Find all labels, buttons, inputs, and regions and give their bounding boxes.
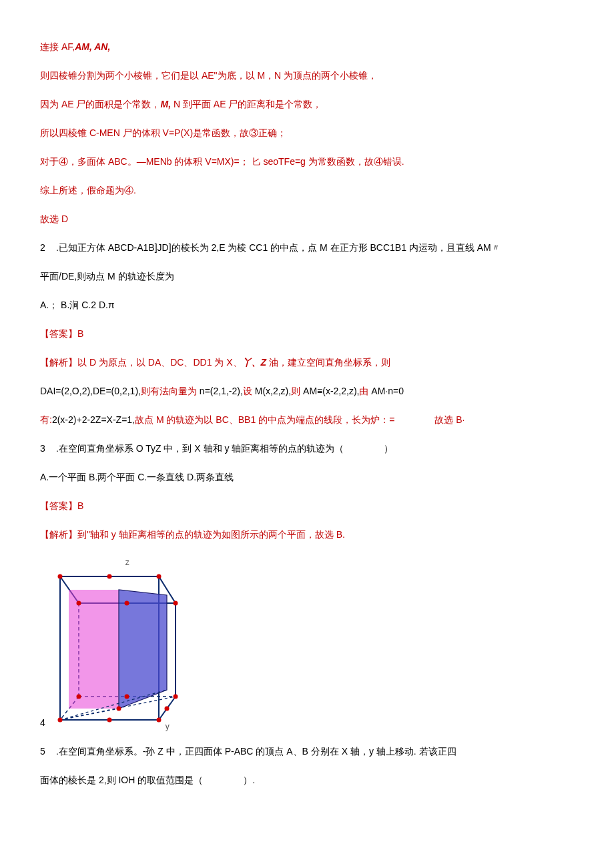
question-number: 5 [40,745,53,759]
text-black: M(x,2,z), [255,386,291,396]
svg-point-14 [57,574,62,579]
svg-point-19 [124,601,129,606]
svg-point-21 [156,718,161,723]
axis-label-y: y [166,721,170,733]
question-2-options: A.； B.涧 C.2 D.π [40,298,581,312]
text-black: 2(x-2)+2-2Z=X-Z=1, [52,414,135,425]
question-5-line-2: 面体的棱长是 2,则 IOH 的取值范围是（）. [40,773,581,787]
text: 因为 AE 尸的面积是个常数， [40,99,160,109]
figure-row: 4 [40,556,581,730]
text-red: 由 [359,386,371,396]
explanation-2-line-1: 【解析】以 D 为原点，以 DA、DC、DD1 为 X、丫、Z 油，建立空间直角… [40,356,581,370]
question-number: 3 [40,442,53,456]
question-text: 面体的棱长是 2,则 IOH 的取值范围是（ [40,775,203,785]
axis-label-z: z [125,556,129,568]
question-text: .已知正方体 ABCD-A1B]JD]的棱长为 2,E 为棱 CC1 的中点，点… [53,242,501,253]
text-italic: 丫、Z [242,357,267,368]
solution-line-5: 对于④，多面体 ABC。—MENb 的体积 V=MX)=； 匕 seoTFe=g… [40,155,581,169]
svg-point-26 [164,707,169,711]
text-red: 设 [243,386,255,396]
question-text: ） [384,443,393,454]
question-text: .在空间直角坐标系。-孙 Z 中，正四面体 P-ABC 的顶点 A、B 分别在 … [53,746,456,757]
question-5-line-1: 5 .在空间直角坐标系。-孙 Z 中，正四面体 P-ABC 的顶点 A、B 分别… [40,745,581,759]
explanation-3: 【解析】到"轴和 y 轴距离相等的点的轨迹为如图所示的两个平面，故选 B. [40,528,581,542]
question-text: .在空间直角坐标系 O TyZ 中，到 X 轴和 y 轴距离相等的点的轨迹为（ [53,443,344,454]
svg-point-25 [107,718,111,723]
svg-point-20 [57,718,62,723]
explanation-2-line-2: DAI=(2,O,2),DE=(0,2,1),则有法向量为 n=(2,1,-2)… [40,384,581,398]
solution-line-3: 因为 AE 尸的面积是个常数，M, N 到平面 AE 尸的距离和是个常数， [40,97,581,111]
text: 连接 AF, [40,41,75,52]
text: 油，建立空间直角坐标系，则 [266,357,390,368]
cube-svg-icon [52,556,206,730]
svg-point-22 [173,695,178,699]
svg-point-24 [116,707,121,711]
text-red: 故点 M 的轨迹为以 BC、BB1 的中点为端点的线段，长为炉：= [135,414,394,425]
solution-conclusion: 综上所述，假命题为④. [40,183,581,197]
text-red: 则有法向量为 [141,386,200,396]
text-red: 则 [291,386,303,396]
text-italic: M, [160,99,171,109]
svg-point-23 [76,695,81,699]
svg-point-15 [156,574,161,579]
question-number: 2 [40,241,53,255]
svg-marker-10 [119,590,167,709]
question-text: ）. [243,775,255,785]
svg-point-17 [76,601,81,606]
cube-diagram: z y [52,556,206,730]
text-black: AM≡(x-2,2,z), [303,386,359,396]
question-2-line-1: 2 .已知正方体 ABCD-A1B]JD]的棱长为 2,E 为棱 CC1 的中点… [40,241,581,255]
text: 【解析】以 D 为原点，以 DA、DC、DD1 为 X、 [40,357,242,368]
answer-2: 【答案】B [40,327,581,341]
text-red: 故选 B· [434,414,465,425]
text-black: AM·n=0 [371,386,404,396]
solution-choice: 故选 D [40,212,581,226]
svg-point-18 [107,574,111,579]
question-3-line-1: 3 .在空间直角坐标系 O TyZ 中，到 X 轴和 y 轴距离相等的点的轨迹为… [40,442,581,456]
text-red: 有: [40,414,52,425]
question-2-line-2: 平面/DE,则动点 M 的轨迹长度为 [40,270,581,284]
solution-line-1: 连接 AF,AM, AN, [40,40,581,54]
svg-point-16 [173,601,178,606]
figure-label-4: 4 [40,716,45,730]
svg-marker-9 [69,590,119,709]
text: N 到平面 AE 尸的距离和是个常数， [171,99,322,109]
solution-line-2: 则四棱锥分割为两个小棱锥，它们是以 AE"为底，以 M，N 为顶点的两个小棱锥， [40,69,581,83]
solution-line-4: 所以四棱锥 C-MEN 尸的体积 V=P(X)是常函数，故③正确； [40,126,581,140]
svg-point-27 [124,695,129,699]
answer-3: 【答案】B [40,499,581,513]
question-3-options: A.一个平面 B.两个平面 C.一条直线 D.两条直线 [40,470,581,484]
explanation-2-line-3: 有:2(x-2)+2-2Z=X-Z=1,故点 M 的轨迹为以 BC、BB1 的中… [40,413,581,427]
text-black: DAI=(2,O,2),DE=(0,2,1), [40,386,141,396]
text-black: n=(2,1,-2), [200,386,243,396]
text-italic: AM, AN, [75,41,110,52]
